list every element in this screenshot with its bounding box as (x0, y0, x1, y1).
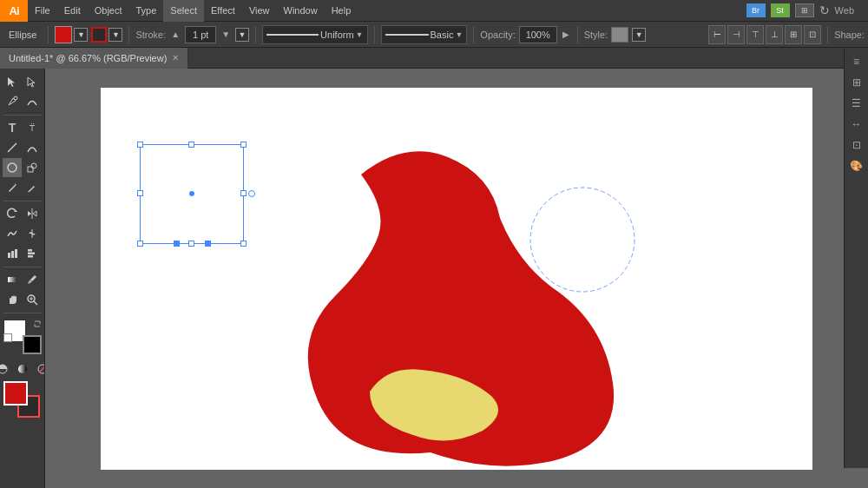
active-fill-indicator[interactable] (3, 381, 28, 406)
stroke-options-btn[interactable]: ▼ (108, 28, 122, 42)
selection-tools-row (3, 72, 42, 91)
style-swatch[interactable] (611, 27, 628, 43)
align-center-h-btn[interactable]: ⊣ (727, 25, 745, 44)
sep4 (374, 26, 375, 43)
gradient-fill-btn[interactable] (13, 359, 32, 379)
select-tool-btn[interactable] (3, 72, 22, 91)
menu-object[interactable]: Object (88, 0, 129, 22)
tab-close-btn[interactable]: ✕ (172, 53, 179, 63)
paint-brush-btn[interactable] (23, 178, 42, 197)
tab-bar: Untitled-1* @ 66.67% (RGB/Preview) ✕ (0, 48, 868, 69)
menu-type[interactable]: Type (129, 0, 164, 22)
toolbar-divider-4 (3, 313, 42, 313)
svg-point-22 (530, 188, 635, 292)
curvature-tool-btn[interactable] (23, 92, 42, 111)
direct-select-tool-btn[interactable] (23, 72, 42, 91)
pencil-tool-btn[interactable] (3, 178, 22, 197)
align-right-btn[interactable]: ⊤ (746, 25, 764, 44)
default-colors-btn[interactable] (3, 333, 12, 342)
zoom-tool-btn[interactable] (23, 290, 42, 309)
panel-icon-4[interactable]: ↔ (847, 115, 866, 134)
eyedropper-btn[interactable] (23, 270, 42, 289)
width-profile-preview (385, 34, 429, 36)
sep5 (473, 26, 474, 43)
bridge-icon[interactable]: Br (746, 3, 766, 17)
stroke-weight-dropdown[interactable]: ▼ (235, 28, 249, 42)
panel-icon-3[interactable]: ☰ (847, 94, 866, 113)
opacity-input[interactable] (519, 26, 557, 43)
stroke-style-dropdown[interactable]: ▼ (356, 30, 364, 39)
sync-icon: ↻ (819, 3, 830, 17)
stroke-color-swatch[interactable] (23, 335, 42, 354)
column-tools-row (3, 244, 42, 263)
panel-icon-5[interactable]: ⊡ (847, 135, 866, 155)
opacity-expand[interactable]: ▶ (561, 30, 571, 39)
line-tools-row (3, 138, 42, 157)
web-label: Web (835, 5, 861, 16)
toolbar-divider-2 (3, 201, 42, 201)
width-tool-btn[interactable] (23, 224, 42, 243)
color-btn[interactable] (0, 359, 12, 379)
type-tool-btn[interactable]: T (3, 118, 22, 137)
svg-line-15 (34, 301, 37, 305)
fill-options-btn[interactable]: ▼ (74, 28, 88, 42)
bean-artwork (101, 88, 812, 470)
panel-icon-2[interactable]: ⊞ (847, 73, 866, 92)
shape-label: Shape: (834, 30, 865, 40)
svg-rect-9 (15, 249, 17, 258)
pen-tool-btn[interactable] (3, 92, 22, 111)
menu-select[interactable]: Select (163, 0, 204, 22)
svg-rect-7 (8, 253, 10, 258)
width-profile-dropdown[interactable]: ▼ (455, 30, 463, 39)
arc-tool-btn[interactable] (23, 138, 42, 157)
active-fill-stroke-indicator (3, 381, 42, 418)
stroke-swatch[interactable] (91, 27, 107, 43)
style-dropdown[interactable]: ▼ (632, 28, 646, 42)
svg-rect-13 (8, 277, 16, 282)
document-tab[interactable]: Untitled-1* @ 66.67% (RGB/Preview) ✕ (0, 48, 188, 69)
line-tool-btn[interactable] (3, 138, 22, 157)
left-toolbar: T T̈ (0, 69, 45, 488)
stroke-input[interactable] (185, 26, 216, 43)
align-group: ⊢ ⊣ ⊤ ⊥ ⊞ ⊡ (708, 25, 821, 44)
stroke-down-btn[interactable]: ▼ (220, 30, 232, 39)
align-left-btn[interactable]: ⊢ (708, 25, 726, 44)
menu-bar: Ai File Edit Object Type Select Effect V… (0, 0, 868, 22)
align-bottom-btn[interactable]: ⊡ (804, 25, 821, 44)
svg-point-0 (14, 96, 17, 100)
hand-tool-btn[interactable] (3, 290, 22, 309)
warp-tool-btn[interactable] (3, 224, 22, 243)
reflect-tool-btn[interactable] (23, 204, 42, 223)
menu-effect[interactable]: Effect (204, 0, 242, 22)
align-top-btn[interactable]: ⊥ (766, 25, 783, 44)
gradient-tool-btn[interactable] (3, 270, 22, 289)
stock-icon[interactable]: St (771, 3, 790, 17)
none-fill-btn[interactable] (33, 359, 46, 379)
grid-icon[interactable]: ⊞ (795, 3, 814, 17)
column-graph-btn[interactable] (3, 244, 22, 263)
fill-swatch[interactable] (55, 26, 72, 43)
shape-builder-btn[interactable] (23, 158, 42, 177)
sep2 (128, 26, 129, 43)
menu-file[interactable]: File (28, 0, 57, 22)
type-touch-btn[interactable]: T̈ (23, 118, 42, 137)
ellipse-tool-btn[interactable] (3, 158, 22, 177)
panel-icon-6[interactable]: 🎨 (847, 156, 866, 175)
menu-edit[interactable]: Edit (57, 0, 88, 22)
menu-help[interactable]: Help (325, 0, 358, 22)
align-center-v-btn[interactable]: ⊞ (785, 25, 802, 44)
shape-tools-row (3, 158, 42, 177)
toolbar-divider-3 (3, 267, 42, 267)
svg-rect-11 (28, 253, 35, 255)
svg-line-21 (39, 366, 46, 373)
menu-view[interactable]: View (242, 0, 277, 22)
canvas-area[interactable] (45, 69, 868, 488)
menu-window[interactable]: Window (277, 0, 325, 22)
stroke-group: ▼ (91, 27, 122, 43)
swap-colors-btn[interactable] (33, 320, 42, 328)
bar-graph-btn[interactable] (23, 244, 42, 263)
sep3 (255, 26, 256, 43)
panel-icon-1[interactable]: ≡ (847, 52, 866, 71)
rotate-tool-btn[interactable] (3, 204, 22, 223)
stroke-up-btn[interactable]: ▲ (169, 30, 181, 39)
